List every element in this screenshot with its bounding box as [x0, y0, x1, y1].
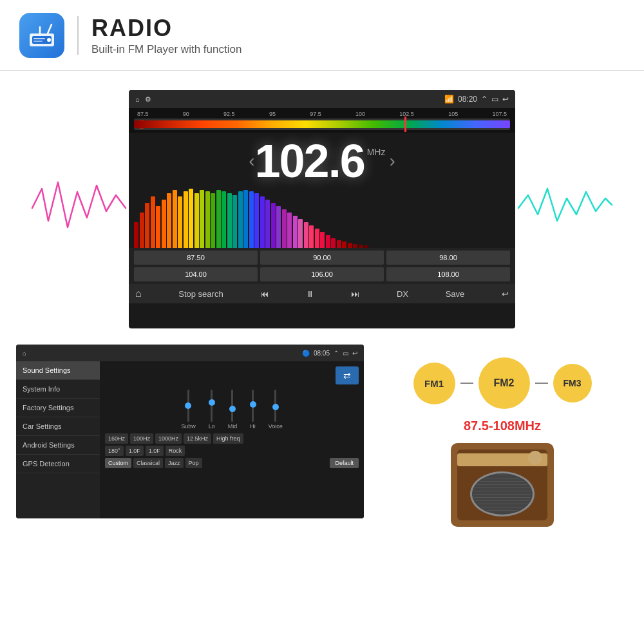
wifi-icon: 📶 — [444, 95, 454, 104]
play-pause-btn[interactable]: ⏸ — [306, 289, 314, 299]
eq-toggle-btn[interactable]: ⇄ — [336, 366, 359, 384]
header-divider — [77, 16, 79, 55]
dx-btn[interactable]: DX — [397, 289, 408, 299]
save-btn[interactable]: Save — [446, 289, 465, 299]
sidebar-item-factory-settings[interactable]: Factory Settings — [16, 399, 100, 417]
svg-rect-3 — [33, 38, 45, 39]
control-bar: ⌂ Stop search ⏮ ⏸ ⏭ DX Save ↩ — [129, 284, 515, 303]
eq-sliders-area: Subw Lo Mid — [105, 390, 359, 430]
sidebar-item-android-settings[interactable]: Android Settings — [16, 436, 100, 455]
prev-btn[interactable]: ⏮ — [260, 289, 269, 299]
header-section: RADIO Built-in FM Player with function — [0, 0, 644, 71]
eq-val-1-0f-2[interactable]: 1.0F — [146, 446, 164, 456]
preset-106-00[interactable]: 106.00 — [260, 267, 384, 281]
sidebar-item-gps-detection[interactable]: GPS Detection — [16, 455, 100, 473]
freq-next-arrow[interactable]: › — [389, 151, 395, 171]
svg-line-5 — [48, 24, 52, 33]
svg-rect-4 — [33, 41, 43, 42]
clock: 08:20 — [458, 95, 477, 104]
eq-val-12-5khz[interactable]: 12.5kHz — [184, 433, 211, 444]
sidebar-item-car-settings[interactable]: Car Settings — [16, 417, 100, 436]
eq-val-180deg[interactable]: 180° — [105, 446, 124, 456]
settings-main-panel: ⇄ Subw — [100, 361, 364, 518]
svg-point-2 — [47, 38, 51, 42]
eq-slider-hi: Hi — [250, 390, 256, 430]
settings-window-icon: ▭ — [343, 350, 348, 357]
freq-number: 102.6 — [255, 138, 365, 184]
freq-track — [134, 120, 510, 128]
settings-status-right: 🔵 08:05 ⌃ ▭ ↩ — [302, 350, 357, 357]
settings-time: 08:05 — [314, 350, 330, 357]
fm-screen-wrapper: ⌂ ⚙ 📶 08:20 ⌃ ▭ ↩ 87.5 90 92.5 95 — [16, 80, 628, 338]
eq-preset-custom[interactable]: Custom — [105, 458, 131, 468]
eq-slider-mid: Mid — [228, 390, 238, 430]
eq-preset-row: Custom Classical Jazz Pop Default — [105, 458, 359, 468]
preset-98-00[interactable]: 98.00 — [386, 251, 510, 265]
stop-search-btn[interactable]: Stop search — [178, 289, 223, 299]
preset-108-00[interactable]: 108.00 — [386, 267, 510, 281]
freq-needle — [404, 117, 406, 132]
freq-display: ‹ 102.6 MHz › — [129, 133, 515, 187]
vintage-speaker-grille — [473, 475, 531, 513]
home-btn[interactable]: ⌂ — [135, 288, 142, 299]
eq-value-row1: 160Hz 100Hz 1000Hz 12.5kHz High freq — [105, 433, 359, 444]
status-bar-left: ⌂ ⚙ — [135, 95, 151, 104]
preset-104-00[interactable]: 104.00 — [134, 267, 258, 281]
eq-preset-pop[interactable]: Pop — [185, 458, 202, 468]
fm2-bubble: FM2 — [478, 357, 530, 409]
fm2-fm3-connector — [535, 383, 548, 384]
settings-body: Sound Settings System Info Factory Setti… — [16, 361, 364, 518]
wave-left — [29, 169, 129, 249]
eq-val-high-freq[interactable]: High freq — [213, 433, 243, 444]
settings-expand-icon: ⌃ — [334, 350, 339, 357]
freq-slider[interactable] — [134, 118, 510, 130]
freq-prev-arrow[interactable]: ‹ — [249, 151, 254, 171]
vintage-radio-speaker — [470, 471, 535, 516]
freq-bar-container[interactable]: 87.5 90 92.5 95 97.5 100 102.5 105 107.5 — [129, 108, 515, 133]
header-text: RADIO Built-in FM Player with function — [91, 15, 242, 56]
home-icon: ⌂ — [135, 95, 140, 103]
bottom-section: ⌂ 🔵 08:05 ⌃ ▭ ↩ Sound Settings System In… — [16, 345, 628, 527]
settings-icon: ⚙ — [145, 95, 151, 104]
status-bar-right: 📶 08:20 ⌃ ▭ ↩ — [444, 95, 509, 104]
wave-right — [515, 169, 615, 249]
expand-icon: ⌃ — [481, 95, 488, 104]
settings-home-icon: ⌂ — [23, 350, 26, 357]
radio-app-icon — [19, 13, 64, 58]
eq-slider-subw: Subw — [181, 390, 196, 430]
eq-val-100hz[interactable]: 100Hz — [130, 433, 153, 444]
back-icon: ↩ — [502, 95, 509, 104]
fm1-fm2-connector — [460, 383, 473, 384]
freq-unit: MHz — [367, 147, 386, 157]
eq-preset-classical[interactable]: Classical — [133, 458, 163, 468]
eq-slider-voice: Voice — [269, 390, 283, 430]
eq-val-1-0f-1[interactable]: 1.0F — [126, 446, 144, 456]
eq-value-row2: 180° 1.0F 1.0F Rock — [105, 446, 359, 456]
settings-sidebar: Sound Settings System Info Factory Setti… — [16, 361, 100, 518]
sidebar-item-system-info[interactable]: System Info — [16, 380, 100, 399]
fm-player-screen: ⌂ ⚙ 📶 08:20 ⌃ ▭ ↩ 87.5 90 92.5 95 — [129, 90, 515, 328]
fm-bubbles: FM1 FM2 FM3 — [413, 357, 592, 409]
settings-bt-icon: 🔵 — [302, 350, 310, 357]
eq-preset-jazz[interactable]: Jazz — [165, 458, 184, 468]
back-btn[interactable]: ↩ — [502, 289, 509, 299]
main-content: ⌂ ⚙ 📶 08:20 ⌃ ▭ ↩ 87.5 90 92.5 95 — [0, 71, 644, 536]
sidebar-item-sound-settings[interactable]: Sound Settings — [16, 361, 100, 380]
eq-default-btn[interactable]: Default — [330, 458, 359, 468]
freq-scale: 87.5 90 92.5 95 97.5 100 102.5 105 107.5 — [134, 111, 510, 117]
eq-toggle-icon: ⇄ — [343, 370, 351, 381]
eq-val-1000hz[interactable]: 1000Hz — [155, 433, 182, 444]
next-btn[interactable]: ⏭ — [351, 289, 359, 299]
eq-visualization — [129, 187, 515, 248]
vintage-radio-knob — [528, 451, 542, 465]
eq-val-rock[interactable]: Rock — [166, 446, 185, 456]
preset-grid: 87.50 90.00 98.00 104.00 106.00 108.00 — [129, 248, 515, 284]
page-subtitle: Built-in FM Player with function — [91, 43, 242, 56]
settings-status-bar: ⌂ 🔵 08:05 ⌃ ▭ ↩ — [16, 345, 364, 361]
preset-90-00[interactable]: 90.00 — [260, 251, 384, 265]
fm1-bubble: FM1 — [413, 363, 455, 404]
eq-val-160hz[interactable]: 160Hz — [105, 433, 128, 444]
page-title: RADIO — [91, 15, 242, 42]
preset-87-50[interactable]: 87.50 — [134, 251, 258, 265]
fm-info-panel: FM1 FM2 FM3 87.5-108MHz — [377, 345, 628, 527]
